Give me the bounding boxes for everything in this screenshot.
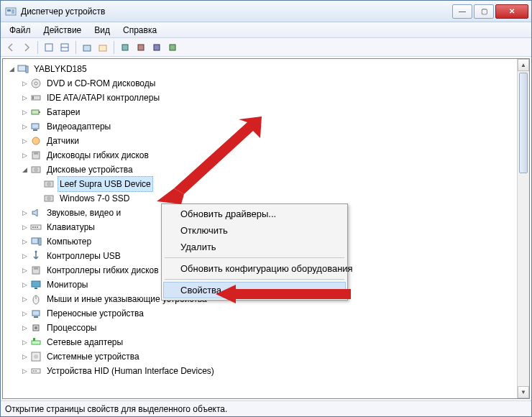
maximize-button[interactable]: ▢	[474, 4, 494, 19]
svg-rect-32	[32, 226, 34, 228]
tree-item[interactable]: ▷ Батареи	[7, 105, 529, 119]
computer-icon	[17, 63, 29, 75]
toolbar-btn-4[interactable]	[96, 40, 110, 55]
tree-item-label: DVD и CD-ROM дисководы	[45, 75, 157, 91]
tree-item[interactable]: ▷ Видеоадаптеры	[7, 119, 529, 134]
tree-item-label: Устройства HID (Human Interface Devices)	[45, 363, 216, 379]
forward-button[interactable]	[19, 40, 34, 55]
svg-rect-41	[35, 288, 37, 289]
svg-rect-45	[34, 316, 38, 318]
status-bar: Открытие страницы свойств для выделенног…	[1, 400, 531, 416]
expand-icon[interactable]: ▷	[20, 364, 29, 378]
minimize-button[interactable]: —	[452, 4, 472, 19]
scroll-up-button[interactable]: ▲	[518, 59, 529, 71]
tree-item-label: Контроллеры гибких дисков	[45, 262, 161, 278]
toolbar-btn-7[interactable]	[150, 40, 164, 55]
disk-icon	[43, 178, 55, 190]
toolbar-btn-6[interactable]	[134, 40, 148, 55]
expand-icon[interactable]: ▷	[20, 206, 29, 220]
category-icon	[30, 150, 42, 161]
expand-icon[interactable]: ▷	[20, 119, 29, 134]
category-icon	[30, 106, 42, 118]
back-button[interactable]	[4, 40, 18, 55]
ctx-separator	[165, 257, 344, 258]
menu-file[interactable]: Файл	[4, 24, 37, 37]
tree-item-label: Процессоры	[45, 320, 99, 336]
menu-action[interactable]: Действие	[38, 24, 88, 37]
ctx-disable[interactable]: Отключить	[163, 222, 346, 239]
ctx-refresh-hw[interactable]: Обновить конфигурацию оборудования	[163, 260, 346, 277]
tree-root[interactable]: ◢ YABLYKD185	[7, 62, 529, 76]
tree-item[interactable]: ▷ Датчики	[7, 134, 529, 148]
expand-icon[interactable]: ▷	[20, 263, 29, 278]
svg-point-53	[33, 370, 35, 372]
category-icon	[30, 164, 42, 175]
expand-icon[interactable]: ▷	[20, 220, 29, 234]
svg-rect-34	[37, 226, 38, 228]
toolbar-separator	[75, 41, 76, 54]
device-manager-window: Диспетчер устройств — ▢ ✕ Файл Действие …	[0, 0, 532, 417]
tree-item[interactable]: ▷ Сетевые адаптеры	[7, 335, 529, 349]
svg-point-30	[47, 196, 51, 201]
svg-rect-3	[45, 44, 52, 51]
tree-item-label: Переносные устройства	[45, 306, 146, 321]
vertical-scrollbar[interactable]: ▲ ▼	[517, 59, 529, 398]
expand-icon[interactable]: ▷	[20, 292, 29, 306]
expand-icon[interactable]: ▷	[20, 321, 29, 335]
tree-item-label: Клавиатуры	[45, 219, 97, 235]
tree-item[interactable]: ▷ Дисководы гибких дисков	[7, 148, 529, 162]
toolbar-btn-8[interactable]	[165, 40, 180, 55]
svg-point-28	[47, 182, 51, 186]
ctx-delete[interactable]: Удалить	[163, 239, 346, 255]
expand-icon[interactable]: ▷	[20, 91, 29, 105]
ctx-properties[interactable]: Свойства	[163, 282, 346, 298]
ctx-update-drivers[interactable]: Обновить драйверы...	[163, 206, 346, 222]
tree-item-label: Дисководы гибких дисков	[45, 147, 151, 163]
svg-rect-2	[12, 9, 14, 14]
toolbar-btn-2[interactable]	[58, 40, 72, 55]
expand-icon[interactable]: ▷	[20, 306, 29, 321]
svg-point-26	[34, 168, 38, 172]
toolbar-btn-3[interactable]	[80, 40, 94, 55]
status-text: Открытие страницы свойств для выделенног…	[5, 404, 227, 414]
tree-item-label: Сетевые адаптеры	[45, 334, 125, 350]
tree-item-label: Контроллеры USB	[45, 248, 123, 264]
expand-icon[interactable]: ▷	[20, 148, 29, 162]
collapse-icon[interactable]: ◢	[20, 162, 29, 177]
expand-icon[interactable]: ▷	[20, 335, 29, 349]
expand-icon[interactable]: ▷	[20, 76, 29, 91]
tree-item[interactable]: ▷ DVD и CD-ROM дисководы	[7, 76, 529, 91]
tree-item-label: Системные устройства	[45, 349, 142, 365]
expand-icon[interactable]: ▷	[20, 249, 29, 263]
tree-root-label: YABLYKD185	[32, 61, 89, 77]
category-icon	[30, 293, 42, 305]
close-button[interactable]: ✕	[495, 4, 528, 19]
expand-icon[interactable]: ▷	[20, 278, 29, 292]
titlebar[interactable]: Диспетчер устройств — ▢ ✕	[1, 1, 531, 22]
category-icon	[30, 351, 42, 362]
tree-item[interactable]: ◢ Дисковые устройства	[7, 162, 529, 177]
window-title: Диспетчер устройств	[21, 6, 451, 17]
tree-item[interactable]: ▷ Процессоры	[7, 321, 529, 335]
category-icon	[30, 92, 42, 104]
scroll-thumb[interactable]	[519, 73, 528, 173]
expand-icon[interactable]: ▷	[20, 105, 29, 119]
category-icon	[30, 121, 42, 132]
menu-view[interactable]: Вид	[88, 24, 116, 37]
tree-item[interactable]: ▷ IDE ATA/ATAPI контроллеры	[7, 91, 529, 105]
scroll-down-button[interactable]: ▼	[518, 386, 529, 398]
tree-item[interactable]: ▷ Переносные устройства	[7, 306, 529, 321]
expand-icon[interactable]: ▷	[20, 349, 29, 364]
tree-item[interactable]: ▷ Устройства HID (Human Interface Device…	[7, 364, 529, 378]
tree-item-label: Компьютер	[45, 234, 93, 249]
tree-item[interactable]: ▷ Системные устройства	[7, 349, 529, 364]
collapse-icon[interactable]: ◢	[7, 62, 16, 76]
tree-item[interactable]: Leef Supra USB Device	[7, 177, 529, 191]
svg-rect-12	[18, 65, 26, 71]
menu-help[interactable]: Справка	[117, 24, 162, 37]
toolbar-btn-5[interactable]	[118, 40, 132, 55]
expand-icon[interactable]: ▷	[20, 134, 29, 148]
expand-icon[interactable]: ▷	[20, 234, 29, 249]
svg-rect-49	[33, 338, 35, 341]
toolbar-btn-1[interactable]	[42, 40, 56, 55]
